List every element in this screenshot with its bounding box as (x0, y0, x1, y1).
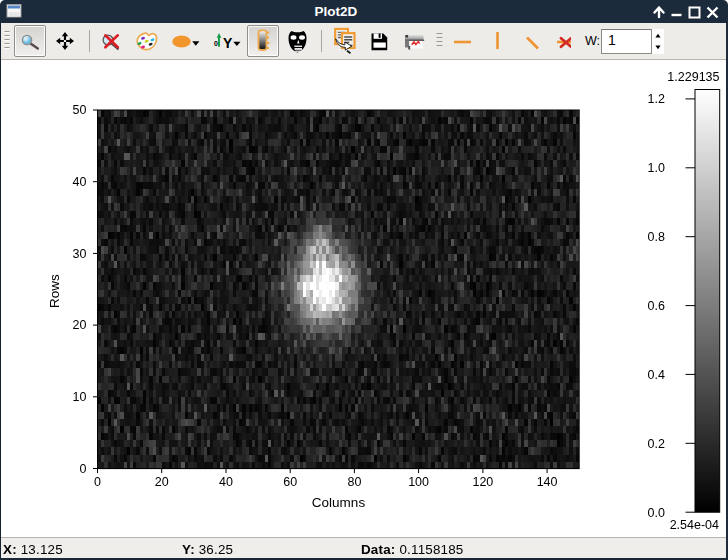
svg-text:0: 0 (214, 40, 218, 47)
svg-text:20: 20 (155, 475, 169, 489)
svg-text:140: 140 (537, 475, 558, 489)
svg-text:40: 40 (73, 175, 87, 189)
svg-text:1.0: 1.0 (648, 161, 665, 175)
svg-text:120: 120 (472, 475, 493, 489)
svg-text:20: 20 (73, 318, 87, 332)
svg-text:2.54e-04: 2.54e-04 (670, 518, 719, 532)
svg-text:1.2: 1.2 (648, 92, 665, 106)
svg-text:0.0: 0.0 (648, 506, 665, 520)
svg-text:Rows: Rows (47, 274, 62, 308)
svg-text:0.8: 0.8 (648, 230, 665, 244)
svg-text:Columns: Columns (312, 495, 366, 510)
svg-text:0.2: 0.2 (648, 437, 665, 451)
svg-text:10: 10 (73, 390, 87, 404)
svg-text:50: 50 (73, 103, 87, 117)
svg-text:0: 0 (94, 475, 101, 489)
svg-text:80: 80 (347, 475, 361, 489)
svg-text:Y: Y (223, 35, 233, 51)
svg-text:1.229135: 1.229135 (667, 70, 719, 84)
svg-text:100: 100 (408, 475, 429, 489)
svg-text:0.6: 0.6 (648, 299, 665, 313)
svg-text:60: 60 (283, 475, 297, 489)
svg-text:0: 0 (80, 462, 87, 476)
svg-text:0.4: 0.4 (648, 368, 665, 382)
svg-text:40: 40 (219, 475, 233, 489)
svg-text:30: 30 (73, 247, 87, 261)
